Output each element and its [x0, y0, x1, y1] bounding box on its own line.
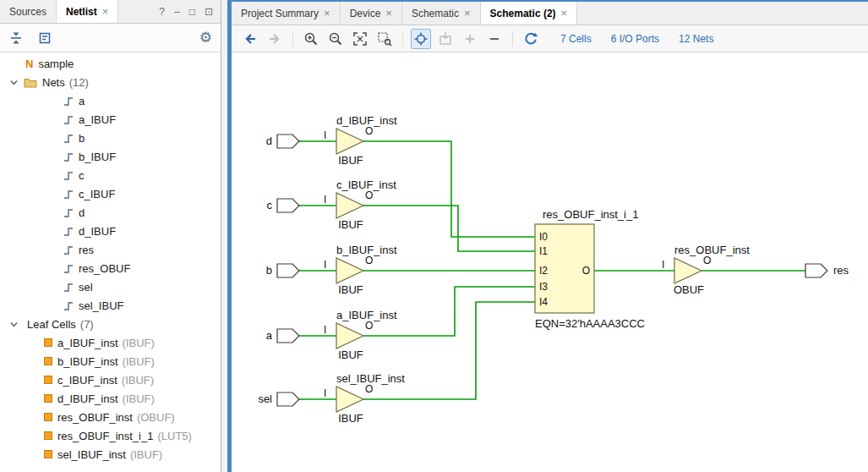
cell-type-label: (IBUF): [130, 448, 162, 461]
input-port-a[interactable]: [277, 329, 299, 343]
nets-count-link[interactable]: 12 Nets: [679, 33, 713, 45]
tree-item-net-b_IBUF[interactable]: b_IBUF: [0, 147, 221, 166]
maximize-icon[interactable]: □: [189, 6, 195, 18]
tab-schematic[interactable]: Schematic ×: [402, 2, 481, 25]
panel-gap: [221, 0, 227, 472]
tab-sources[interactable]: Sources: [0, 0, 57, 23]
close-icon[interactable]: ×: [102, 6, 109, 17]
tab-label: Device: [350, 8, 381, 19]
tree-item-cell-d_IBUF_inst[interactable]: d_IBUF_inst (IBUF): [0, 389, 221, 408]
tree-item-net-a_IBUF[interactable]: a_IBUF: [0, 110, 221, 129]
tree-item-cell-res_OBUF_inst[interactable]: res_OBUF_inst (OBUF): [0, 408, 221, 426]
tab-netlist-label: Netlist: [66, 6, 97, 18]
tab-project-summary[interactable]: Project Summary ×: [232, 2, 341, 25]
netlist-panel: Sources Netlist × ? – □ ⊡: [0, 0, 221, 472]
zoom-out-icon[interactable]: [325, 29, 346, 49]
cell-icon: [44, 376, 52, 384]
port-label: c: [267, 199, 273, 211]
zoom-selection-icon[interactable]: [374, 29, 395, 49]
ibuf-c-cell[interactable]: [336, 193, 363, 218]
cell-type-label: IBUF: [338, 154, 363, 167]
tree-item-sample[interactable]: N sample: [0, 54, 221, 73]
ibuf-b-cell[interactable]: [336, 258, 363, 283]
ibuf-sel-cell[interactable]: [336, 387, 363, 412]
tree-label: a: [79, 95, 85, 107]
input-port-b[interactable]: [277, 264, 299, 277]
input-port-d[interactable]: [277, 134, 299, 148]
dock-selection-icon[interactable]: [435, 29, 456, 49]
netlist-tab-bar: Sources Netlist × ? – □ ⊡: [0, 0, 221, 24]
expand-cone-icon[interactable]: [460, 29, 480, 49]
tree-label: d: [79, 206, 85, 219]
regenerate-icon[interactable]: [521, 29, 541, 49]
ibuf-a-cell[interactable]: [336, 323, 363, 349]
tree-item-net-b[interactable]: b: [0, 129, 221, 147]
output-port-res[interactable]: [805, 264, 827, 277]
minimize-icon[interactable]: –: [174, 6, 180, 18]
pin-label-o: O: [703, 255, 711, 266]
zoom-in-icon[interactable]: [301, 29, 321, 49]
forward-arrow-icon[interactable]: [265, 29, 285, 49]
cell-type-label: (IBUF): [122, 374, 154, 387]
tree-item-cell-sel_IBUF_inst[interactable]: sel_IBUF_inst (IBUF): [0, 445, 221, 464]
panel-window-controls: ? – □ ⊡: [151, 0, 221, 23]
tree-label: b: [79, 132, 85, 145]
collapse-all-icon[interactable]: [8, 30, 24, 46]
input-port-c[interactable]: [277, 199, 299, 212]
chevron-down-icon[interactable]: [10, 321, 22, 328]
cells-count-link[interactable]: 7 Cells: [560, 33, 592, 45]
net-icon: [63, 96, 74, 107]
gear-icon[interactable]: ⚙: [199, 30, 212, 45]
tree-item-net-sel[interactable]: sel: [0, 277, 221, 296]
collapse-cone-icon[interactable]: [484, 29, 505, 49]
tab-label: Schematic (2): [490, 8, 556, 19]
tab-netlist[interactable]: Netlist ×: [57, 0, 118, 23]
tree-item-net-c[interactable]: c: [0, 166, 221, 184]
close-icon[interactable]: ×: [464, 8, 471, 19]
tab-sources-label: Sources: [9, 6, 46, 18]
back-arrow-icon[interactable]: [240, 29, 260, 49]
tree-item-net-d[interactable]: d: [0, 203, 221, 222]
tree-item-cell-res_OBUF_inst_i_1[interactable]: res_OBUF_inst_i_1 (LUT5): [0, 426, 221, 445]
tree-item-net-sel_IBUF[interactable]: sel_IBUF: [0, 296, 221, 315]
tree-item-net-a[interactable]: a: [0, 91, 221, 110]
tree-item-net-d_IBUF[interactable]: d_IBUF: [0, 222, 221, 240]
toolbar-separator: [402, 31, 403, 47]
tree-item-net-res[interactable]: res: [0, 240, 221, 259]
close-icon[interactable]: ×: [385, 8, 392, 19]
close-icon[interactable]: ×: [561, 8, 568, 19]
io-ports-count-link[interactable]: 6 I/O Ports: [611, 33, 659, 45]
cell-type-label: (OBUF): [137, 411, 175, 424]
close-icon[interactable]: ×: [324, 8, 330, 19]
vivado-window: Sources Netlist × ? – □ ⊡: [0, 0, 868, 472]
tree-item-net-c_IBUF[interactable]: c_IBUF: [0, 184, 221, 203]
pin-label-i2: I2: [539, 265, 548, 277]
tree-item-cell-c_IBUF_inst[interactable]: c_IBUF_inst (IBUF): [0, 370, 221, 389]
zoom-fit-icon[interactable]: [350, 29, 370, 49]
input-port-sel[interactable]: [277, 392, 299, 406]
pin-label-i: I: [662, 259, 664, 271]
dock-icon[interactable]: ⊡: [205, 6, 213, 18]
instance-name-label: res_OBUF_inst_i_1: [543, 208, 638, 221]
ibuf-d-cell[interactable]: [336, 129, 363, 154]
tree-group-leaf-cells[interactable]: Leaf Cells (7): [0, 315, 221, 333]
tree-label: b_IBUF_inst: [57, 355, 118, 368]
tree-item-net-res_OBUF[interactable]: res_OBUF: [0, 259, 221, 277]
chevron-down-icon[interactable]: [10, 79, 22, 86]
tree-item-cell-a_IBUF_inst[interactable]: a_IBUF_inst (IBUF): [0, 333, 221, 352]
tab-device[interactable]: Device ×: [341, 2, 402, 25]
tree-group-nets[interactable]: Nets (12): [0, 73, 221, 91]
net-icon: [63, 300, 74, 311]
pin-label-i: I: [324, 259, 326, 271]
tree-count: (12): [69, 76, 89, 89]
tree-label: res_OBUF_inst_i_1: [57, 430, 153, 442]
tree-item-cell-b_IBUF_inst[interactable]: b_IBUF_inst (IBUF): [0, 352, 221, 370]
autofit-selection-icon[interactable]: [411, 29, 431, 49]
toolbar-separator: [292, 31, 293, 47]
obuf-cell[interactable]: [674, 258, 701, 283]
hierarchy-view-icon[interactable]: [37, 30, 52, 46]
cell-icon: [44, 357, 52, 365]
help-icon[interactable]: ?: [159, 6, 165, 18]
schematic-canvas[interactable]: d I O d_IBUF_inst IBUF c I O c_IBUF_inst…: [232, 52, 868, 472]
tab-schematic-2[interactable]: Schematic (2) ×: [481, 2, 578, 25]
